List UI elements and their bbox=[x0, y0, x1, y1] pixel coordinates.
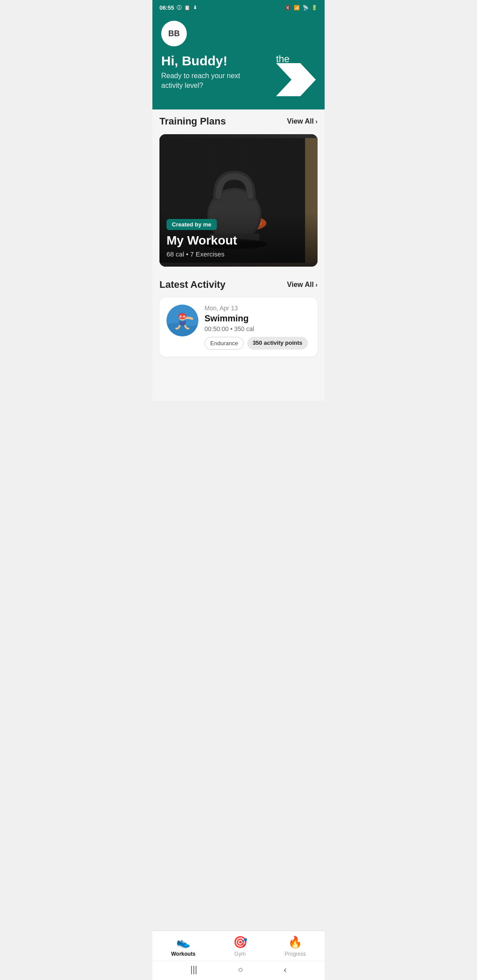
activity-date: Mon, Apr 13 bbox=[204, 305, 310, 312]
avatar: BB bbox=[161, 21, 187, 46]
info-icon: ⓘ bbox=[177, 4, 182, 11]
training-plans-title: Training Plans bbox=[159, 116, 226, 127]
greeting-row: Hi, Buddy! Ready to reach your next acti… bbox=[161, 53, 316, 96]
training-card-overlay: Created by me My Workout 68 cal • 7 Exer… bbox=[159, 212, 318, 267]
svg-text:YMCA: YMCA bbox=[284, 89, 298, 94]
ymca-chevron-icon: YMCA bbox=[276, 63, 316, 96]
swimming-icon bbox=[167, 305, 198, 336]
endurance-tag: Endurance bbox=[204, 337, 244, 350]
clipboard-icon: 📋 bbox=[184, 5, 190, 11]
latest-activity-header: Latest Activity View All › bbox=[159, 279, 318, 290]
download-icon: ⬇ bbox=[193, 5, 197, 11]
activity-details: 00:50:00 • 350 cal bbox=[204, 325, 310, 332]
activity-tags: Endurance 350 activity points bbox=[204, 337, 310, 350]
latest-activity-view-all[interactable]: View All › bbox=[287, 281, 318, 289]
battery-icon: 🔋 bbox=[311, 5, 318, 11]
signal-icon: 📡 bbox=[303, 5, 309, 11]
training-card-meta: 68 cal • 7 Exercises bbox=[167, 250, 310, 258]
greeting-text: Hi, Buddy! Ready to reach your next acti… bbox=[161, 53, 258, 91]
activity-points-tag: 350 activity points bbox=[247, 337, 308, 350]
greeting-title: Hi, Buddy! bbox=[161, 53, 258, 68]
status-bar: 06:55 ⓘ 📋 ⬇ 🔇 📶 📡 🔋 bbox=[152, 0, 325, 14]
training-plan-card[interactable]: Created by me My Workout 68 cal • 7 Exer… bbox=[159, 134, 318, 267]
svg-point-17 bbox=[183, 316, 186, 318]
activity-name: Swimming bbox=[204, 313, 310, 324]
greeting-subtitle: Ready to reach your next activity level? bbox=[161, 71, 258, 91]
view-all-arrow-icon: › bbox=[315, 118, 318, 125]
status-time: 06:55 bbox=[159, 4, 174, 11]
header-section: BB Hi, Buddy! Ready to reach your next a… bbox=[152, 14, 325, 109]
latest-activity-title: Latest Activity bbox=[159, 279, 226, 290]
training-plans-section: Training Plans View All › bbox=[152, 105, 325, 267]
svg-point-16 bbox=[179, 316, 182, 318]
activity-card[interactable]: Mon, Apr 13 Swimming 00:50:00 • 350 cal … bbox=[159, 298, 318, 357]
status-right: 🔇 📶 📡 🔋 bbox=[285, 5, 318, 11]
view-all-arrow-icon-2: › bbox=[315, 281, 318, 288]
activity-avatar bbox=[167, 305, 198, 336]
training-plans-header: Training Plans View All › bbox=[159, 116, 318, 127]
ymca-logo: the YMCA bbox=[276, 53, 316, 96]
activity-info: Mon, Apr 13 Swimming 00:50:00 • 350 cal … bbox=[204, 305, 310, 350]
created-by-badge: Created by me bbox=[167, 219, 217, 230]
training-card-title: My Workout bbox=[167, 234, 310, 248]
mute-icon: 🔇 bbox=[285, 5, 291, 11]
latest-activity-section: Latest Activity View All › bbox=[152, 267, 325, 357]
training-plans-view-all[interactable]: View All › bbox=[287, 117, 318, 125]
wifi-icon: 📶 bbox=[294, 5, 300, 11]
status-left: 06:55 ⓘ 📋 ⬇ bbox=[159, 4, 197, 11]
main-content: Training Plans View All › bbox=[152, 105, 325, 401]
